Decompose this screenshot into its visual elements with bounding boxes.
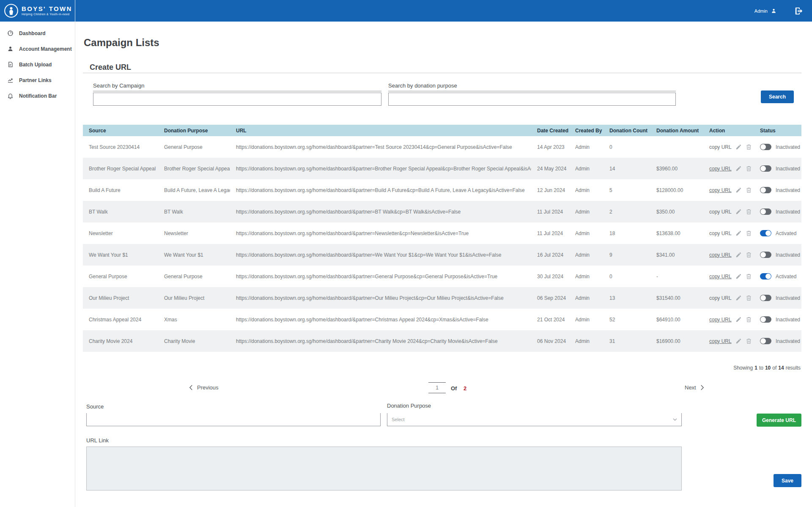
status-toggle[interactable] [760,273,771,280]
edit-pencil-icon[interactable] [735,273,742,280]
status-label: Inactivated [776,295,800,301]
cell-source: Brother Roger Special Appeal [83,166,158,172]
page-number-input[interactable] [428,382,446,393]
sidebar-nav: Dashboard Account Management Batch Uploa… [0,25,75,104]
sidebar-item-dashboard[interactable]: Dashboard [0,25,75,41]
delete-trash-icon[interactable] [746,295,752,301]
copy-url-link[interactable]: copy URL [709,166,732,172]
edit-pencil-icon[interactable] [735,144,742,150]
user-icon[interactable] [771,8,776,14]
cell-donation-purpose: We Want Your $1 [158,252,230,258]
delete-trash-icon[interactable] [746,208,752,215]
copy-url-link[interactable]: copy URL [709,338,732,344]
delete-trash-icon[interactable] [746,338,752,344]
cell-donation-amount: $13638.00 [650,230,703,236]
sidebar-item-partner-links[interactable]: Partner Links [0,72,75,88]
delete-trash-icon[interactable] [746,230,752,236]
cell-donation-purpose: BT Walk [158,209,230,215]
status-toggle[interactable] [760,165,771,172]
col-header-source: Source [83,128,158,134]
sidebar-item-batch-upload[interactable]: Batch Upload [0,57,75,72]
delete-trash-icon[interactable] [746,252,752,258]
edit-pencil-icon[interactable] [735,208,742,215]
cell-donation-amount: $31540.00 [650,295,703,301]
donation-purpose-select[interactable]: Select [387,413,682,426]
status-toggle[interactable] [760,295,771,301]
status-label: Inactivated [776,209,800,215]
status-toggle[interactable] [760,230,771,236]
edit-pencil-icon[interactable] [735,187,742,193]
results-summary: Showing 1 to 10 of 14 results [733,365,801,371]
edit-pencil-icon[interactable] [735,252,742,258]
status-label: Inactivated [776,252,800,258]
copy-url-link[interactable]: copy URL [709,317,732,323]
logout-icon[interactable] [794,6,804,16]
copy-url-link[interactable]: copy URL [709,295,732,301]
save-button[interactable]: Save [774,474,801,487]
search-purpose-input[interactable] [388,93,676,106]
dashboard-icon [7,30,14,36]
delete-trash-icon[interactable] [746,187,752,193]
edit-pencil-icon[interactable] [735,316,742,323]
status-toggle[interactable] [760,208,771,215]
generate-url-button[interactable]: Generate URL [757,414,801,427]
status-toggle[interactable] [760,144,771,150]
cell-donation-purpose: Brother Roger Special Appeal [158,166,230,172]
cell-created-by: Admin [569,209,604,215]
cell-url: https://donations.boystown.org.sg/home/d… [230,252,531,258]
brand-tagline: Helping Children & Youth-in-need [22,13,72,16]
copy-url-link[interactable]: copy URL [709,252,732,258]
delete-trash-icon[interactable] [746,316,752,323]
cell-date-created: 11 Jul 2024 [531,230,569,236]
status-toggle[interactable] [760,252,771,258]
previous-page-button[interactable]: Previous [189,384,219,391]
section-title: Create URL [90,63,131,72]
cell-donation-purpose: Newsletter [158,230,230,236]
next-page-button[interactable]: Next [685,384,704,391]
status-toggle[interactable] [760,316,771,323]
source-label: Source [86,403,104,410]
source-input[interactable] [86,413,381,426]
edit-pencil-icon[interactable] [735,338,742,344]
cell-status: Inactivated [754,316,801,323]
cell-donation-count: 14 [604,166,650,172]
pager-total-pages: 2 [464,385,466,392]
main-content: Campaign Lists Create URL Search by Camp… [76,22,812,507]
cell-source: Test Source 20230414 [83,144,158,150]
cell-donation-count: 0 [604,274,650,280]
copy-url-link[interactable]: copy URL [709,144,732,150]
copy-url-link[interactable]: copy URL [709,209,732,215]
status-toggle[interactable] [760,338,771,344]
status-label: Activated [776,274,796,280]
copy-url-link[interactable]: copy URL [709,187,732,193]
delete-trash-icon[interactable] [746,165,752,172]
url-link-textarea[interactable] [86,447,682,491]
copy-url-link[interactable]: copy URL [709,274,732,280]
status-toggle[interactable] [760,187,771,193]
cell-source: Charity Movie 2024 [83,338,158,344]
sidebar: Dashboard Account Management Batch Uploa… [0,22,75,507]
search-button[interactable]: Search [761,90,794,103]
cell-donation-count: 13 [604,295,650,301]
cell-donation-purpose: Xmas [158,317,230,323]
edit-pencil-icon[interactable] [735,230,742,236]
search-campaign-label: Search by Campaign [93,82,381,91]
edit-pencil-icon[interactable] [735,295,742,301]
cell-url: https://donations.boystown.org.sg/home/d… [230,187,531,193]
sidebar-item-label: Batch Upload [19,62,52,68]
sidebar-item-notification-bar[interactable]: Notification Bar [0,88,75,104]
search-campaign-input[interactable] [93,93,381,106]
sidebar-item-account-management[interactable]: Account Management [0,41,75,57]
search-purpose-label: Search by donation purpose [388,82,676,91]
cell-date-created: 14 Apr 2023 [531,144,569,150]
cell-status: Inactivated [754,338,801,344]
table-row: Newsletter Newsletter https://donations.… [83,222,801,244]
delete-trash-icon[interactable] [746,273,752,280]
cell-status: Inactivated [754,165,801,172]
cell-source: Our Milieu Project [83,295,158,301]
cell-action: copy URL [703,338,754,344]
edit-pencil-icon[interactable] [735,165,742,172]
delete-trash-icon[interactable] [746,144,752,150]
copy-url-link[interactable]: copy URL [709,230,732,236]
chevron-down-icon [673,418,677,421]
